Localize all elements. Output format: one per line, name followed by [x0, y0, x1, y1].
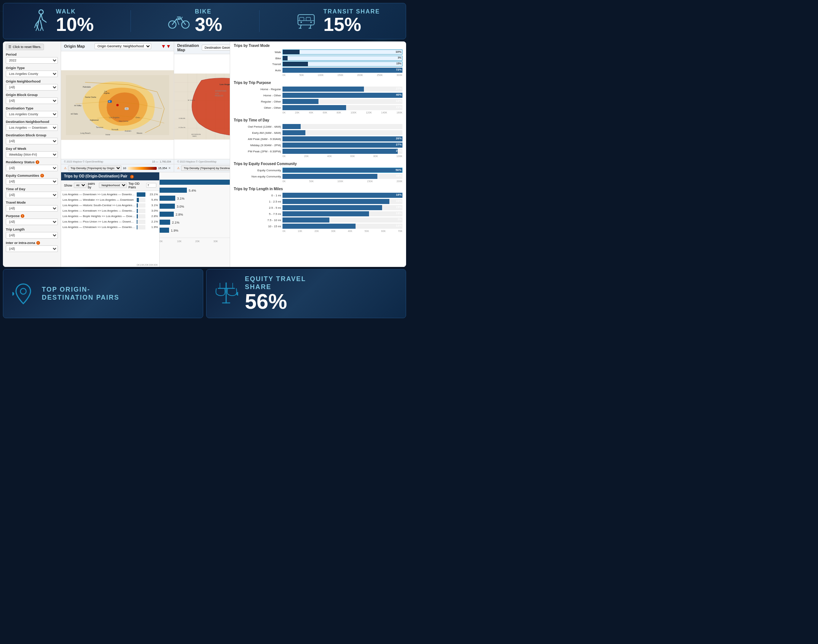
od-list-item: Los Angeles — Chinatown >> Los Angeles —…	[63, 225, 158, 230]
filter-origin-type-select[interactable]: Los Angeles County	[6, 71, 58, 77]
transit-text: TRANSIT SHARE 15%	[323, 8, 380, 34]
od-banner-title-line2: DESTINATION PAIRS	[42, 294, 119, 302]
equity-banner-value: 56%	[245, 291, 306, 312]
chart-row-midday: Midday (9:30AM - 2PM) 27%	[234, 143, 403, 148]
svg-text:Inglewood: Inglewood	[90, 119, 98, 121]
svg-text:W 11th St: W 11th St	[188, 99, 195, 101]
filter-residency-status-select[interactable]: (All)	[6, 165, 58, 171]
svg-rect-32	[300, 17, 304, 20]
time-of-day-chart-title: Trips by Time of Day	[234, 118, 403, 122]
filter-dest-type-label: Destination Type	[6, 106, 58, 110]
origin-density-select[interactable]: Trip Density (Trips/sqmi) by Origin	[68, 166, 121, 171]
svg-text:10: 10	[108, 101, 110, 103]
od-item-bar	[137, 203, 138, 208]
filter-purpose: Purpose i (All)	[6, 214, 58, 225]
reset-filters-button[interactable]: ☰ Click to reset filters.	[6, 44, 44, 50]
od-show-select[interactable]: All	[74, 182, 87, 188]
svg-text:2.8%: 2.8%	[176, 213, 183, 216]
od-list-item: Los Angeles — Koreatown >> Los Angeles —…	[63, 209, 158, 213]
chart-row-home-other: Home - Other 40%	[234, 93, 403, 98]
chart-row-bike: Bike 3%	[234, 56, 403, 61]
svg-text:DOWNTOWN: DOWNTOWN	[215, 90, 227, 92]
od-chart-space: 23.1% 5.4% 3.1% 3.0% 2.8% 2.1% 1.9%	[159, 172, 230, 267]
od-item-label: Los Angeles — Koreatown >> Los Angeles —…	[63, 209, 135, 212]
filter-trip-length-select[interactable]: (All)	[6, 232, 58, 239]
time-of-day-chart-section: Trips by Time of Day Owl Period (12AM - …	[234, 118, 403, 158]
filter-residency-status-label: Residency Status i	[6, 160, 58, 164]
dest-density-select[interactable]: Trip Density (Trips/sqmi) by Destination	[181, 166, 230, 171]
od-by-select[interactable]: Neighborhood	[99, 182, 127, 188]
od-bar-chart: 23.1% 5.4% 3.1% 3.0% 2.8% 2.1% 1.9%	[159, 176, 230, 263]
bottom-banners: TOP ORIGIN- DESTINATION PAIRS	[3, 269, 406, 318]
svg-text:Palmdale: Palmdale	[83, 86, 90, 88]
filter-dest-block-group-select[interactable]: (All)	[6, 138, 58, 144]
filter-inter-intra: Inter or Intra-zona i (All)	[6, 241, 58, 252]
bottom-area: Trips by OD (Origin-Destination) Pair i …	[61, 172, 230, 267]
filter-day-of-week-select[interactable]: Weekday (Mon-Fri)	[6, 151, 58, 158]
purpose-info[interactable]: i	[21, 214, 25, 218]
svg-text:Santa Clarita: Santa Clarita	[85, 96, 97, 98]
od-item-value: 3.0%	[147, 209, 158, 212]
svg-rect-33	[306, 17, 311, 20]
dest-map-title: Destination Map	[177, 43, 201, 52]
filter-day-of-week-label: Day of Week	[6, 147, 58, 150]
filter-travel-mode-label: Travel Mode	[6, 200, 58, 204]
filter-dest-block-group-label: Destination Block Group	[6, 133, 58, 137]
svg-text:30K: 30K	[213, 240, 218, 242]
filter-inter-intra-select[interactable]: (All)	[6, 245, 58, 252]
stat-divider-1	[130, 10, 131, 32]
origin-geometry-select[interactable]: Origin Geometry: Neighborhood	[95, 43, 151, 49]
od-axis-label: 10K	[140, 264, 144, 266]
svg-rect-103	[159, 212, 174, 217]
travel-mode-bars: Walk 10% Bike 3% Transit	[234, 49, 403, 73]
od-top-label: Top OD Pairs	[128, 182, 145, 189]
svg-text:3.1%: 3.1%	[177, 197, 185, 200]
od-top-count-input[interactable]	[146, 183, 156, 188]
filter-dest-type-select[interactable]: Los Angeles County	[6, 111, 58, 118]
origin-map-body: Palmdale Los Angeles Santa Clarita imi V…	[61, 51, 174, 159]
filter-origin-neighborhood-select[interactable]: (All)	[6, 84, 58, 90]
chart-row-10-15mi: 10 - 15 mi 11%	[234, 224, 403, 229]
main-dashboard: ☰ Click to reset filters. Period 2022 Or…	[3, 41, 406, 267]
filter-dest-neighborhood-select[interactable]: Los Angeles — Downtown	[6, 124, 58, 131]
od-item-value: 2.8%	[147, 215, 158, 218]
filter-time-of-day-select[interactable]: (All)	[6, 192, 58, 198]
od-item-label: Los Angeles — Downtown >> Los Angeles — …	[63, 193, 135, 196]
residency-status-info[interactable]: i	[36, 160, 39, 164]
origin-density-min: 10	[123, 167, 126, 170]
trip-length-bars: 0 - 1 mi 18% 1 - 2.5 mi 16% 2.5 - 5 mi	[234, 193, 403, 229]
equity-communities-info[interactable]: i	[40, 174, 44, 178]
origin-map-footer: © 2023 Mapbox © OpenStreetMap 10 — 1,760…	[61, 159, 174, 164]
dest-geometry-select[interactable]: Destination Geometry: Neighborhood	[202, 45, 230, 51]
chart-row-1-2.5mi: 1 - 2.5 mi 16%	[234, 199, 403, 204]
walk-icon	[29, 8, 51, 34]
transit-stat: TRANSIT SHARE 15%	[296, 8, 380, 34]
od-item-label: Los Angeles — Historic South-Central >> …	[63, 204, 135, 207]
od-list-item: Los Angeles — Westlake >> Los Angeles — …	[63, 198, 158, 202]
od-item-bar-container	[137, 198, 146, 202]
filter-dest-neighborhood-label: Destination Neighborhood	[6, 120, 58, 124]
filter-equity-communities-select[interactable]: (All)	[6, 178, 58, 185]
equity-chart-title: Trips by Equity Focused Community	[234, 162, 403, 166]
travel-mode-chart-section: Trips by Travel Mode Walk 10% Bike 3%	[234, 44, 403, 77]
svg-text:Mission: Mission	[137, 132, 142, 134]
origin-map-close[interactable]: ✕	[169, 167, 171, 170]
filter-period-select[interactable]: 2022	[6, 57, 58, 64]
filter-purpose-select[interactable]: (All)	[6, 219, 58, 225]
equity-chart-section: Trips by Equity Focused Community Equity…	[234, 162, 403, 182]
time-of-day-axis: 0K20K40K60K80K100K	[234, 155, 403, 158]
svg-rect-95	[159, 179, 230, 185]
od-item-bar-container	[137, 214, 146, 219]
od-info-badge[interactable]: i	[130, 174, 134, 179]
od-pairs-by-label: pairs by	[88, 182, 98, 189]
od-item-bar-container	[137, 192, 146, 197]
inter-intra-info[interactable]: i	[36, 241, 40, 245]
filter-origin-block-group: Origin Block Group (All)	[6, 93, 58, 104]
svg-text:Anaheim: Anaheim	[125, 130, 131, 132]
trip-purpose-chart-section: Trips by Trip Purpose Home - Regular 27%…	[234, 81, 403, 114]
filter-origin-block-group-select[interactable]: (All)	[6, 97, 58, 104]
chart-row-early-am: Early AM (4AM - 6AM) 5%	[234, 130, 403, 135]
od-item-bar-container	[137, 209, 146, 213]
filter-travel-mode-select[interactable]: (All)	[6, 205, 58, 212]
reset-icon: ☰	[8, 45, 11, 49]
